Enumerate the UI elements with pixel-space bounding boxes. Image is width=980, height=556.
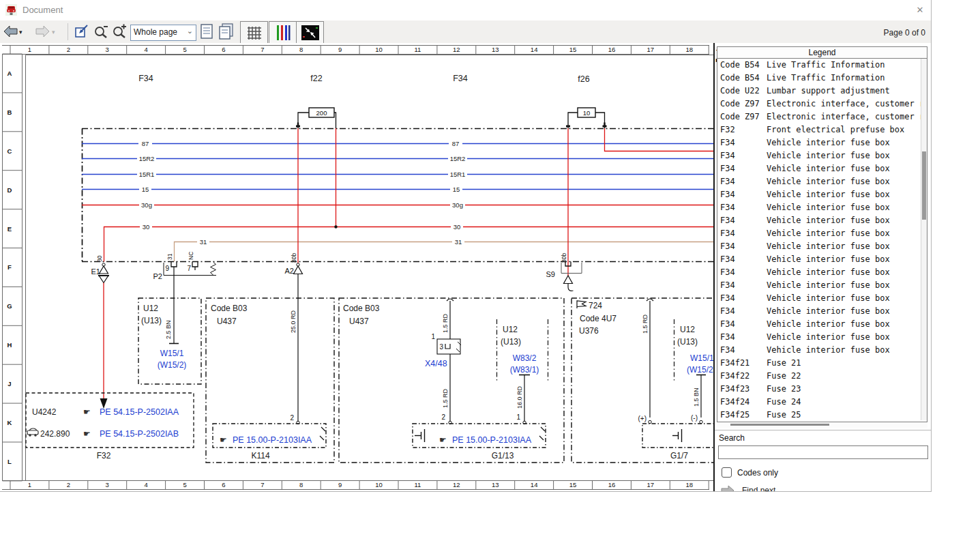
g113-link[interactable]: PE 15.00-P-2103IAA — [452, 435, 532, 445]
legend-list[interactable]: Code B54Live Traffic InformationCode B54… — [717, 58, 927, 422]
legend-row-code: F32 — [720, 123, 767, 136]
legend-row-description: Vehicle interior fuse box — [767, 293, 890, 303]
scrollbar-thumb[interactable] — [922, 151, 926, 220]
codes-only-option[interactable]: Codes only — [722, 467, 778, 478]
zoom-in-icon[interactable] — [110, 20, 128, 43]
ruler-label: 8 — [299, 481, 303, 488]
legend-row[interactable]: F32Front electrical prefuse box — [717, 123, 927, 136]
legend-row-code: Code B54 — [720, 59, 767, 72]
legend-row-code: F34f22 — [720, 370, 767, 383]
legend-row[interactable]: F34f21Fuse 21 — [717, 357, 927, 370]
k114-link[interactable]: PE 15.00-P-2103IAA — [233, 435, 312, 445]
ruler-label: F — [8, 263, 12, 271]
terminal-30b-label: 30b — [291, 253, 297, 263]
legend-row[interactable]: Code B54Live Traffic Information — [717, 72, 927, 85]
select-chevron-icon: ⌄ — [187, 27, 193, 35]
legend-row-description: Fuse 22 — [767, 371, 801, 381]
legend-row[interactable]: F34f24Fuse 24 — [717, 396, 927, 409]
legend-row[interactable]: F34f23Fuse 23 — [717, 383, 927, 396]
f32-vehicle: 242.890 — [40, 429, 70, 439]
legend-row-description: Vehicle interior fuse box — [767, 177, 890, 186]
back-button-icon[interactable] — [3, 20, 19, 43]
fuse-f26: 10 — [566, 108, 713, 276]
search-input[interactable] — [718, 445, 928, 459]
ruler-label: D — [8, 186, 12, 194]
legend-row[interactable]: F34Vehicle interior fuse box — [717, 344, 927, 357]
legend-row[interactable]: F34Vehicle interior fuse box — [717, 162, 927, 175]
legend-row[interactable]: F34Vehicle interior fuse box — [717, 201, 927, 214]
invert-view-toggle-button[interactable] — [296, 21, 324, 44]
ruler-label: 15 — [569, 481, 577, 488]
legend-panel: ◄ ► Legend Code B54Live Traffic Informat… — [713, 43, 932, 491]
ruler-label: 8 — [299, 46, 303, 53]
legend-row[interactable]: Code U22Lumbar support adjustment — [717, 85, 927, 98]
wire-label-1-5-rd-right: 1.5 RD — [642, 314, 649, 334]
find-next-arrow-icon — [720, 485, 737, 491]
wire-label-1-5-rd-bottom: 1.5 RD — [442, 388, 449, 408]
legend-row-code: F34 — [720, 253, 767, 266]
wire-colors-toggle-button[interactable] — [269, 21, 297, 44]
legend-row[interactable]: F34Vehicle interior fuse box — [717, 188, 927, 201]
multi-page-icon[interactable] — [218, 20, 235, 43]
legend-row-code: F34 — [720, 136, 767, 149]
find-next-button[interactable]: Find next — [720, 485, 775, 491]
legend-row[interactable]: F34Vehicle interior fuse box — [717, 253, 927, 266]
legend-row[interactable]: F34Vehicle interior fuse box — [717, 279, 927, 292]
legend-horizontal-scrollbar[interactable] — [717, 422, 927, 428]
forward-button-icon[interactable] — [34, 20, 50, 43]
legend-row[interactable]: F34Vehicle interior fuse box — [717, 136, 927, 149]
legend-row[interactable]: F34f25Fuse 25 — [717, 409, 927, 422]
ruler-label: A — [8, 70, 12, 77]
legend-row[interactable]: F34Vehicle interior fuse box — [717, 149, 927, 162]
legend-row-description: Vehicle interior fuse box — [767, 190, 890, 199]
legend-row[interactable]: F34Vehicle interior fuse box — [717, 292, 927, 305]
legend-row[interactable]: F34Vehicle interior fuse box — [717, 266, 927, 279]
terminal-31-label: 31 — [166, 253, 173, 260]
zoom-region-icon[interactable] — [73, 20, 91, 43]
ruler-label: 2 — [67, 46, 70, 53]
zoom-out-icon[interactable] — [92, 20, 110, 43]
legend-vertical-scrollbar[interactable] — [921, 59, 927, 420]
legend-row[interactable]: F34Vehicle interior fuse box — [717, 318, 927, 331]
box-u376: 724 Code 4U7 U376 1.5 RD (+) U12 (U13) W… — [571, 298, 713, 463]
back-dropdown-icon[interactable]: ▾ — [19, 20, 23, 43]
box-f32: U4242 242.890 ☛ PE 54.15-P-2502IAA ☛ PE … — [26, 393, 194, 460]
legend-row[interactable]: Code B54Live Traffic Information — [717, 59, 927, 72]
car-icon — [27, 428, 38, 437]
pointing-hand-icon: ☛ — [83, 429, 91, 439]
legend-row-code: F34 — [720, 162, 767, 175]
f32-link-1[interactable]: PE 54.15-P-2502IAA — [100, 407, 179, 417]
zoom-level-select[interactable]: Whole page ⌄ — [130, 25, 196, 41]
legend-row[interactable]: F34Vehicle interior fuse box — [717, 175, 927, 188]
component-header-labels: F34 f22 F34 f26 — [138, 74, 590, 84]
x448-label[interactable]: X4/48 — [425, 359, 447, 368]
svg-text:31: 31 — [455, 238, 462, 246]
ruler-label: 6 — [222, 481, 225, 488]
legend-row-description: Fuse 21 — [767, 358, 801, 368]
forward-dropdown-icon[interactable]: ▾ — [52, 20, 55, 43]
svg-text:30: 30 — [143, 223, 150, 231]
ruler-label: 9 — [338, 481, 342, 488]
diagram-canvas[interactable]: 1234567891011121314151617181234567891011… — [0, 43, 713, 491]
legend-row-code: F34 — [720, 279, 767, 292]
legend-row[interactable]: F34Vehicle interior fuse box — [717, 214, 927, 227]
grid-toggle-button[interactable] — [240, 21, 268, 44]
legend-row[interactable]: F34f22Fuse 22 — [717, 370, 927, 383]
legend-row[interactable]: Code Z97Electronic interface, customer r… — [717, 98, 927, 111]
legend-row[interactable]: F34Vehicle interior fuse box — [717, 305, 927, 318]
ruler-label: 17 — [647, 481, 655, 488]
close-icon[interactable]: ✕ — [913, 3, 927, 17]
scrollbar-thumb[interactable] — [730, 424, 829, 426]
svg-text:(U13): (U13) — [677, 337, 698, 347]
legend-row[interactable]: Code Z97Electronic interface, customer r… — [717, 111, 927, 123]
legend-row[interactable]: F34Vehicle interior fuse box — [717, 240, 927, 253]
single-page-icon[interactable] — [199, 20, 216, 43]
legend-row[interactable]: F34Vehicle interior fuse box — [717, 331, 927, 344]
codes-only-checkbox[interactable] — [722, 467, 732, 478]
legend-title: Legend — [717, 46, 927, 59]
f32-link-2[interactable]: PE 54.15-P-2502IAB — [100, 429, 179, 439]
ruler-label: 5 — [183, 46, 186, 53]
legend-row[interactable]: F34Vehicle interior fuse box — [717, 227, 927, 240]
ground-symbol — [415, 429, 425, 442]
ruler-label: K — [8, 419, 12, 426]
